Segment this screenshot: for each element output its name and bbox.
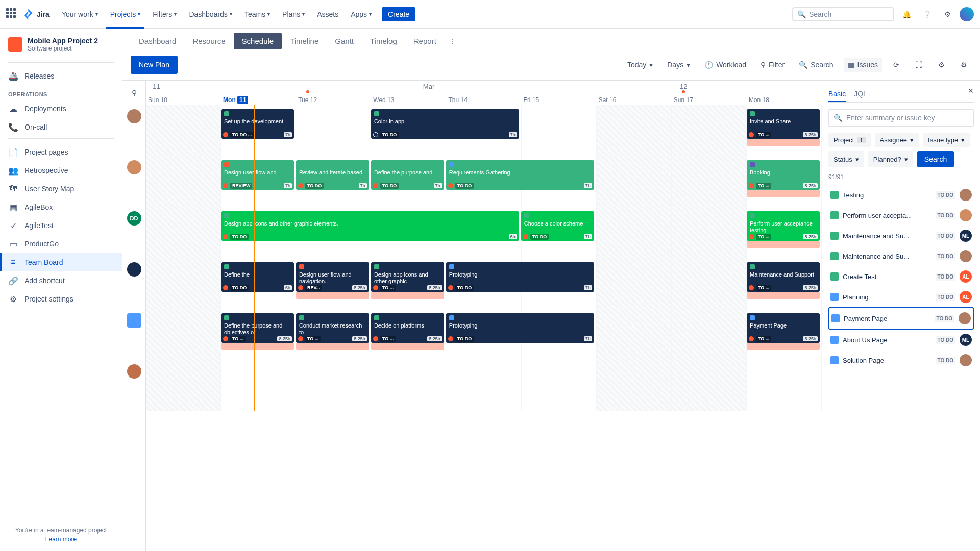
sidebar-project-settings[interactable]: ⚙Project settings [0, 290, 122, 308]
notifications-icon[interactable]: 🔔 [898, 6, 915, 22]
sidebar-agiletest[interactable]: ✓AgileTest [0, 216, 122, 235]
day-header[interactable]: Tue 12 [296, 96, 371, 104]
row-filter-icon[interactable]: ⚲ [122, 81, 145, 105]
assignee-avatar[interactable] [122, 309, 145, 360]
issue-search-input[interactable]: 🔍 Enter summary or issue key [828, 109, 974, 127]
sidebar-productgo[interactable]: ▭ProductGo [0, 235, 122, 253]
schedule-card[interactable]: Payment PageTO ...8.25h [747, 313, 820, 343]
sidebar-add-shortcut[interactable]: 🔗Add shortcut [0, 271, 122, 290]
schedule-card[interactable]: Invite and ShareTO ...8.25h [747, 109, 820, 139]
sidebar-oncall[interactable]: 📞 On-call [0, 118, 122, 136]
schedule-card[interactable]: Design app icons and other graphic eleme… [221, 211, 519, 241]
tab-dashboard[interactable]: Dashboard [131, 33, 184, 49]
panel-tab-basic[interactable]: Basic [828, 87, 846, 102]
issue-item[interactable]: Maintenance and Su...TO DOML [828, 226, 974, 246]
learn-more-link[interactable]: Learn more [0, 536, 122, 543]
new-plan-button[interactable]: New Plan [131, 56, 178, 74]
issue-item[interactable]: Create TestTO DOAL [828, 266, 974, 287]
refresh-icon[interactable]: ⟳ [888, 57, 904, 73]
nav-teams[interactable]: Teams ▾ [240, 7, 274, 21]
sidebar-agilebox[interactable]: ▦AgileBox [0, 198, 122, 216]
schedule-card[interactable]: Design app icons and other graphicTO ...… [371, 262, 444, 292]
schedule-card[interactable]: Define the purpose and objectives ofTO .… [221, 313, 294, 343]
issues-toggle[interactable]: ▦Issues [844, 58, 882, 72]
schedule-card[interactable]: Define theTO DO6h [221, 262, 294, 292]
tab-timeline[interactable]: Timeline [282, 33, 327, 49]
sliders-icon[interactable]: ⚙ [933, 57, 949, 73]
day-header[interactable]: Mon 18 [747, 96, 822, 104]
global-search[interactable]: 🔍 Search [792, 7, 894, 21]
nav-assets[interactable]: Assets [313, 7, 342, 21]
schedule-card[interactable]: Requirements GatheringTO DO7h [446, 160, 594, 190]
tab-schedule[interactable]: Schedule [234, 33, 282, 49]
tab-report[interactable]: Report [405, 33, 445, 49]
today-button[interactable]: Today ▾ [623, 58, 657, 72]
fullscreen-icon[interactable]: ⛶ [911, 57, 927, 73]
filter-planned[interactable]: Planned?▾ [868, 151, 913, 167]
search-button[interactable]: 🔍Search [795, 58, 837, 72]
day-header[interactable]: Wed 13 [371, 96, 446, 104]
schedule-card[interactable]: BookingTO ...8.25h [747, 160, 820, 190]
schedule-card[interactable]: Decide on platformsTO ...8.25h [371, 313, 444, 343]
assignee-avatar[interactable] [122, 156, 145, 207]
filter-project[interactable]: Project1 [828, 133, 871, 147]
issue-item[interactable]: Maintenance and Su...TO DO [828, 246, 974, 266]
assignee-avatar[interactable] [122, 258, 145, 309]
nav-your-work[interactable]: Your work ▾ [58, 7, 102, 21]
filter-button[interactable]: ⚲Filter [756, 58, 789, 72]
schedule-card[interactable]: Set up the developmentTO DO ...7h [221, 109, 294, 139]
schedule-card[interactable]: Define the purpose andTO DO7h [371, 160, 444, 190]
sidebar-retrospective[interactable]: 👥Retrospective [0, 161, 122, 180]
assignee-avatar[interactable]: DD [122, 207, 145, 258]
nav-dashboards[interactable]: Dashboards ▾ [185, 7, 236, 21]
tab-resource[interactable]: Resource [184, 33, 233, 49]
app-switcher-icon[interactable] [6, 8, 18, 20]
day-header[interactable]: Sat 16 [597, 96, 672, 104]
nav-apps[interactable]: Apps ▾ [347, 7, 376, 21]
issue-item[interactable]: Solution PageTO DO [828, 350, 974, 370]
schedule-card[interactable]: Conduct market research toTO ...8.25h [296, 313, 369, 343]
close-panel-icon[interactable]: ✕ [968, 87, 974, 95]
profile-avatar[interactable] [960, 7, 974, 21]
issue-item[interactable]: Perform user accepta...TO DO [828, 205, 974, 226]
settings-icon[interactable]: ⚙ [939, 6, 955, 22]
help-icon[interactable]: ❔ [919, 6, 935, 22]
issue-item[interactable]: Payment PageTO DO [828, 307, 974, 330]
more-tabs-icon[interactable]: ⋮ [445, 33, 460, 49]
nav-filters[interactable]: Filters ▾ [149, 7, 181, 21]
panel-search-button[interactable]: Search [917, 151, 954, 167]
day-header[interactable]: Sun 10 [146, 96, 221, 104]
day-header[interactable]: Sun 17 [672, 96, 747, 104]
issue-item[interactable]: About Us PageTO DOML [828, 330, 974, 350]
filter-status[interactable]: Status▾ [828, 151, 864, 167]
day-header[interactable]: Mon 11 [221, 96, 296, 104]
schedule-card[interactable]: PrototypingTO DO7h [446, 313, 594, 343]
workload-button[interactable]: 🕐Workload [700, 58, 750, 72]
sidebar-team-board[interactable]: ≡Team Board [0, 253, 122, 271]
tab-timelog[interactable]: Timelog [362, 33, 405, 49]
schedule-card[interactable]: Design user flow andREVIEW7h [221, 160, 294, 190]
nav-projects[interactable]: Projects ▾ [106, 7, 145, 21]
filter-issue-type[interactable]: Issue type▾ [923, 133, 970, 147]
nav-plans[interactable]: Plans ▾ [278, 7, 309, 21]
schedule-card[interactable]: Review and iterate basedTO DO7h [296, 160, 369, 190]
sidebar-user-story-map[interactable]: 🗺User Story Map [0, 180, 122, 198]
day-header[interactable]: Fri 15 [522, 96, 597, 104]
sidebar-deployments[interactable]: ☁ Deployments [0, 99, 122, 118]
day-header[interactable]: Thu 14 [446, 96, 521, 104]
schedule-card[interactable]: Choose a color schemeTO DO7h [521, 211, 594, 241]
schedule-card[interactable]: Color in appTO DO7h [371, 109, 519, 139]
view-unit-dropdown[interactable]: Days ▾ [663, 58, 694, 72]
schedule-card[interactable]: Perform user acceptance testingTO ...8.2… [747, 211, 820, 241]
create-button[interactable]: Create [382, 7, 415, 21]
sidebar-project-pages[interactable]: 📄Project pages [0, 143, 122, 161]
schedule-card[interactable]: PrototypingTO DO7h [446, 262, 594, 292]
gear-icon[interactable]: ⚙ [955, 57, 972, 73]
filter-assignee[interactable]: Assignee▾ [875, 133, 919, 147]
sidebar-releases[interactable]: 🚢 Releases [0, 67, 122, 85]
panel-tab-jql[interactable]: JQL [854, 87, 867, 102]
issue-item[interactable]: TestingTO DO [828, 185, 974, 205]
tab-gantt[interactable]: Gantt [327, 33, 362, 49]
assignee-avatar[interactable] [122, 360, 145, 411]
assignee-avatar[interactable] [122, 105, 145, 156]
